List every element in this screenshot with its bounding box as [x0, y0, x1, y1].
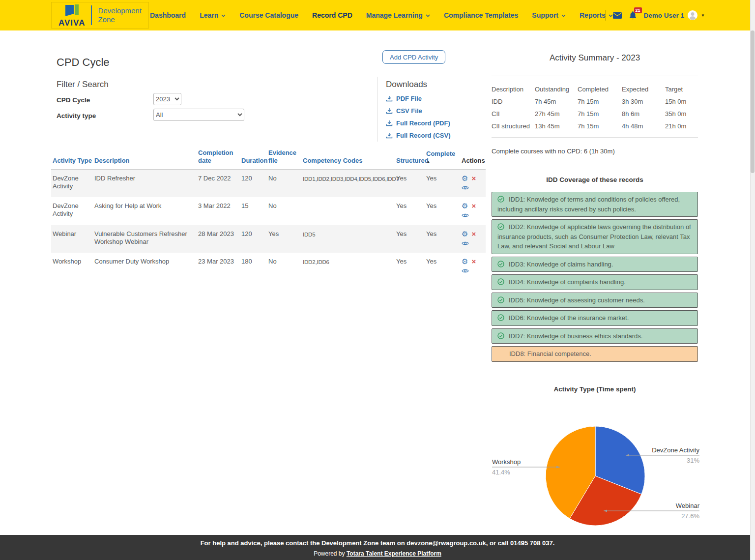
scrollbar-track[interactable]: [750, 0, 755, 560]
cell-structured: Yes: [395, 225, 425, 253]
column-header-complete[interactable]: Complete▲: [425, 147, 460, 169]
column-header-actions: Actions: [460, 147, 486, 169]
notifications-button[interactable]: 21: [629, 11, 637, 20]
download-icon: [386, 95, 393, 102]
idd-coverage-item: IDD5: Knowledge of assessing customer ne…: [492, 293, 698, 308]
cell-structured: Yes: [395, 253, 425, 281]
no-cpd-note: Complete courses with no CPD: 6 (1h 30m): [492, 147, 698, 155]
delete-icon[interactable]: ×: [471, 202, 476, 210]
nav-item-manage-learning[interactable]: Manage Learning: [366, 11, 430, 19]
column-header-evidence-file[interactable]: Evidence file: [267, 147, 301, 169]
nav-item-dashboard[interactable]: Dashboard: [150, 11, 186, 19]
aviva-brand: AVIVA: [58, 4, 85, 27]
download-link-label: CSV File: [396, 107, 422, 115]
logo[interactable]: AVIVA Development Zone: [51, 2, 149, 29]
user-menu[interactable]: Demo User 1 ▼: [644, 10, 705, 20]
summary-row: CII27h 45m7h 15m8h 6m35h 0m: [492, 108, 698, 120]
nav-item-label: Learn: [200, 11, 218, 19]
download-link-pdf-file[interactable]: PDF File: [386, 95, 451, 102]
delete-icon[interactable]: ×: [471, 230, 476, 238]
nav-item-record-cpd[interactable]: Record CPD: [312, 11, 352, 19]
summary-header-completed: Completed: [578, 83, 622, 95]
cell-actions: ⚙×: [460, 197, 486, 225]
column-header-description[interactable]: Description: [93, 147, 197, 169]
view-icon[interactable]: [462, 241, 469, 246]
download-link-label: PDF File: [396, 95, 422, 102]
nav-item-course-catalogue[interactable]: Course Catalogue: [239, 11, 298, 19]
cell-complete: Yes: [425, 225, 460, 253]
column-header-completion-date[interactable]: Completion date: [197, 147, 240, 169]
product-line2: Zone: [98, 15, 115, 24]
downloads-heading: Downloads: [386, 80, 427, 89]
nav-item-compliance-templates[interactable]: Compliance Templates: [444, 11, 518, 19]
chevron-down-icon: [426, 14, 430, 17]
summary-cell: 7h 45m: [535, 95, 578, 108]
activity-type-select[interactable]: All: [153, 109, 244, 121]
check-circle-icon: [497, 278, 504, 285]
summary-row: CII structured13h 45m7h 15m4h 48m21h 0m: [492, 120, 698, 132]
pie-percentage: 41.4%: [492, 469, 510, 476]
view-icon[interactable]: [462, 268, 469, 273]
nav-item-label: Compliance Templates: [444, 11, 518, 19]
edit-icon[interactable]: ⚙: [462, 257, 468, 265]
cell-duration: 180: [240, 253, 267, 281]
summary-header-expected: Expected: [622, 83, 665, 95]
nav-item-learn[interactable]: Learn: [200, 11, 226, 19]
cell-activity-type: DevZone Activity: [51, 169, 93, 197]
messages-button[interactable]: [613, 12, 622, 19]
totara-link[interactable]: Totara Talent Experience Platform: [347, 550, 441, 557]
avatar: [688, 10, 697, 20]
summary-cell: 7h 15m: [578, 95, 622, 108]
column-header-label: Structured: [396, 157, 421, 165]
cell-description: Vulnerable Customers Refresher Workshop …: [93, 225, 197, 253]
download-link-csv-file[interactable]: CSV File: [386, 107, 451, 115]
cell-competency-codes: IDD5: [301, 225, 395, 253]
cell-evidence-file: No: [267, 197, 301, 225]
idd-coverage-text: IDD5: Knowledge of assessing customer ne…: [509, 296, 645, 304]
scrollbar-thumb[interactable]: [751, 30, 755, 173]
summary-cell: 21h 0m: [665, 120, 698, 132]
summary-body: IDD7h 45m7h 15m3h 30m15h 0mCII27h 45m7h …: [492, 95, 698, 132]
view-icon[interactable]: [462, 185, 469, 190]
edit-icon[interactable]: ⚙: [462, 202, 468, 210]
download-link-full-record-csv[interactable]: Full Record (CSV): [386, 132, 451, 139]
column-header-structured[interactable]: Structured: [395, 147, 425, 169]
check-circle-icon: [497, 314, 504, 321]
summary-title: Activity Summary - 2023: [492, 53, 698, 63]
table-row: DevZone ActivityIDD Refresher7 Dec 20221…: [51, 169, 486, 197]
nav-item-support[interactable]: Support: [532, 11, 566, 19]
summary-cell: 7h 15m: [578, 108, 622, 120]
edit-icon[interactable]: ⚙: [462, 230, 468, 238]
nav-item-label: Record CPD: [312, 11, 352, 19]
column-header-activity-type[interactable]: Activity Type: [51, 147, 93, 169]
delete-icon[interactable]: ×: [471, 174, 476, 182]
logo-divider: [91, 5, 92, 25]
download-link-label: Full Record (PDF): [396, 119, 450, 127]
download-icon: [386, 108, 393, 114]
cell-structured: Yes: [395, 197, 425, 225]
cell-evidence-file: No: [267, 253, 301, 281]
table-header-row: Activity TypeDescriptionCompletion dateD…: [51, 147, 486, 169]
column-header-competency-codes[interactable]: Competency Codes: [301, 147, 395, 169]
delete-icon[interactable]: ×: [471, 257, 476, 265]
cpd-cycle-select[interactable]: 2023: [153, 93, 181, 105]
cell-activity-type: DevZone Activity: [51, 197, 93, 225]
summary-cell: 3h 30m: [622, 95, 665, 108]
cell-description: Consumer Duty Workshop: [93, 253, 197, 281]
divider: [492, 76, 698, 76]
cell-complete: Yes: [425, 253, 460, 281]
edit-icon[interactable]: ⚙: [462, 174, 468, 182]
cell-activity-type: Workshop: [51, 253, 93, 281]
download-link-full-record-pdf[interactable]: Full Record (PDF): [386, 119, 451, 127]
table-body: DevZone ActivityIDD Refresher7 Dec 20221…: [51, 169, 486, 281]
add-cpd-activity-button[interactable]: Add CPD Activity: [382, 50, 445, 64]
footer: For help and advice, please contact the …: [0, 535, 755, 560]
cell-completion-date: 7 Dec 2022: [197, 169, 240, 197]
column-header-duration[interactable]: Duration: [240, 147, 267, 169]
idd-coverage-text: IDD1: Knowledge of terms and conditions …: [497, 196, 680, 213]
view-icon[interactable]: [462, 213, 469, 218]
mail-icon: [613, 12, 622, 19]
brand-name: AVIVA: [58, 19, 85, 27]
summary-row: IDD7h 45m7h 15m3h 30m15h 0m: [492, 95, 698, 108]
cell-duration: 120: [240, 169, 267, 197]
